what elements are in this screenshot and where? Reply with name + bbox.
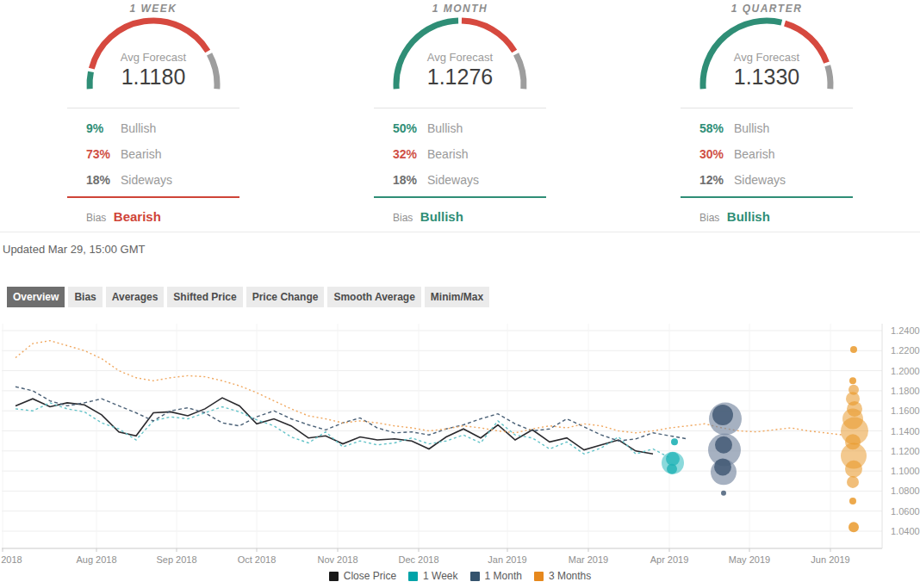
x-axis-label: Nov 2018	[317, 554, 357, 565]
y-axis-label: 1.1000	[891, 466, 920, 476]
bullish-stat-row: 58%Bullish	[681, 115, 853, 141]
bearish-stat-row: 30%Bearish	[681, 141, 853, 167]
legend-label: 1 Month	[485, 570, 522, 582]
y-axis-label: 1.0400	[891, 526, 920, 536]
bearish-label: Bearish	[734, 147, 774, 161]
avg-forecast-value: 1.1330	[685, 65, 849, 90]
forecast-chart-canvas[interactable]: 1.24001.22001.20001.18001.16001.14001.12…	[0, 322, 920, 567]
forecast-bubble	[667, 464, 677, 474]
panel-title: 1 QUARTER	[613, 3, 920, 15]
x-axis-label: May 2019	[729, 554, 770, 565]
bias-divider	[374, 196, 546, 198]
forecast-panel-1-week: 1 WEEK Avg Forecast 1.1180 9%Bullish 73%…	[0, 0, 307, 232]
bullish-stat-row: 50%Bullish	[374, 115, 546, 141]
bullish-label: Bullish	[121, 121, 156, 135]
x-axis-label: Oct 2018	[238, 554, 277, 565]
legend-item-3-months[interactable]: 3 Months	[534, 570, 591, 582]
x-axis-label: Jun 2018	[0, 554, 22, 565]
forecast-bubble	[721, 491, 726, 496]
tab-price-change[interactable]: Price Change	[246, 287, 325, 307]
forecast-bubble	[712, 405, 733, 425]
forecast-gauge: Avg Forecast 1.1330	[685, 16, 849, 96]
bias-label: Bias	[393, 212, 413, 224]
bearish-pct: 73%	[86, 141, 121, 167]
bullish-pct: 9%	[86, 115, 121, 141]
divider	[67, 108, 239, 108]
bearish-pct: 32%	[393, 141, 427, 167]
x-axis-label: Sep 2018	[156, 554, 196, 565]
avg-forecast-label: Avg Forecast	[71, 51, 235, 64]
bearish-stat-row: 73%Bearish	[67, 141, 239, 167]
forecast-bubble	[671, 438, 678, 445]
forecast-gauge: Avg Forecast 1.1180	[71, 16, 235, 96]
bias-divider	[67, 196, 239, 198]
divider	[681, 108, 853, 108]
x-axis-label: Jun 2019	[811, 554, 849, 565]
tab-overview[interactable]: Overview	[7, 287, 65, 307]
forecast-panels: 1 WEEK Avg Forecast 1.1180 9%Bullish 73%…	[0, 0, 920, 232]
divider	[374, 108, 546, 108]
legend-label: 1 Week	[423, 570, 457, 582]
panel-title: 1 WEEK	[0, 3, 307, 15]
sentiment-stats: 50%Bullish 32%Bearish 18%Sideways	[374, 115, 546, 193]
forecast-bubble	[845, 461, 862, 478]
legend-item-1-month[interactable]: 1 Month	[470, 570, 522, 582]
sideways-stat-row: 12%Sideways	[681, 167, 853, 193]
forecast-bubble	[849, 377, 856, 384]
sideways-pct: 18%	[393, 167, 427, 193]
legend-label: Close Price	[344, 570, 396, 582]
tab-minim-max[interactable]: Minim/Max	[425, 287, 489, 307]
series-1-month	[16, 387, 687, 441]
y-axis-label: 1.1400	[891, 426, 920, 436]
bias-row: Bias Bearish	[67, 209, 239, 225]
bullish-label: Bullish	[734, 121, 769, 135]
forecast-bubble	[847, 476, 859, 488]
avg-forecast-value: 1.1180	[71, 65, 235, 90]
forecast-chart[interactable]: 1.24001.22001.20001.18001.16001.14001.12…	[0, 322, 920, 567]
forecast-bubble	[849, 522, 859, 532]
tab-smooth-average[interactable]: Smooth Average	[327, 287, 420, 307]
y-axis-label: 1.1200	[891, 446, 920, 456]
tab-bias[interactable]: Bias	[68, 287, 102, 307]
bearish-stat-row: 32%Bearish	[374, 141, 546, 167]
bias-label: Bias	[86, 212, 106, 224]
y-axis-label: 1.2200	[891, 345, 920, 356]
sideways-stat-row: 18%Sideways	[374, 167, 546, 193]
sentiment-stats: 58%Bullish 30%Bearish 12%Sideways	[681, 115, 853, 193]
chart-tabs: OverviewBiasAveragesShifted PricePrice C…	[7, 287, 920, 307]
tab-averages[interactable]: Averages	[106, 287, 165, 307]
gauge-text: Avg Forecast 1.1180	[71, 51, 235, 90]
bullish-label: Bullish	[427, 121, 463, 135]
bearish-pct: 30%	[699, 141, 734, 167]
legend-label: 3 Months	[549, 570, 591, 582]
x-axis-label: Mar 2019	[569, 554, 608, 565]
x-axis-label: Jan 2019	[488, 554, 526, 565]
bias-row: Bias Bullish	[374, 209, 546, 225]
updated-timestamp: Updated Mar 29, 15:00 GMT	[3, 243, 920, 256]
legend-swatch	[470, 572, 480, 581]
bias-value: Bullish	[727, 209, 770, 224]
sideways-label: Sideways	[121, 173, 172, 187]
forecast-bubble	[714, 458, 731, 475]
tab-shifted-price[interactable]: Shifted Price	[167, 287, 242, 307]
legend-swatch	[329, 572, 339, 581]
gauge-text: Avg Forecast 1.1276	[378, 51, 542, 90]
forecast-panel-1-month: 1 MONTH Avg Forecast 1.1276 50%Bullish 3…	[307, 0, 613, 232]
bias-value: Bearish	[114, 209, 161, 224]
y-axis-label: 1.1800	[891, 386, 920, 396]
y-axis-label: 1.2400	[891, 325, 920, 336]
bullish-pct: 50%	[393, 115, 427, 141]
avg-forecast-label: Avg Forecast	[685, 51, 849, 64]
x-axis-label: Apr 2019	[650, 554, 689, 565]
legend-item-1-week[interactable]: 1 Week	[408, 570, 457, 582]
bias-divider	[681, 196, 853, 198]
sideways-label: Sideways	[427, 173, 479, 187]
x-axis-label: Aug 2018	[76, 554, 116, 565]
y-axis-label: 1.2000	[891, 366, 920, 376]
legend-item-close-price[interactable]: Close Price	[329, 570, 396, 582]
sideways-label: Sideways	[734, 173, 786, 187]
forecast-bubble	[715, 436, 732, 454]
sideways-pct: 18%	[86, 167, 121, 193]
bias-row: Bias Bullish	[681, 209, 853, 225]
bias-label: Bias	[699, 212, 719, 224]
